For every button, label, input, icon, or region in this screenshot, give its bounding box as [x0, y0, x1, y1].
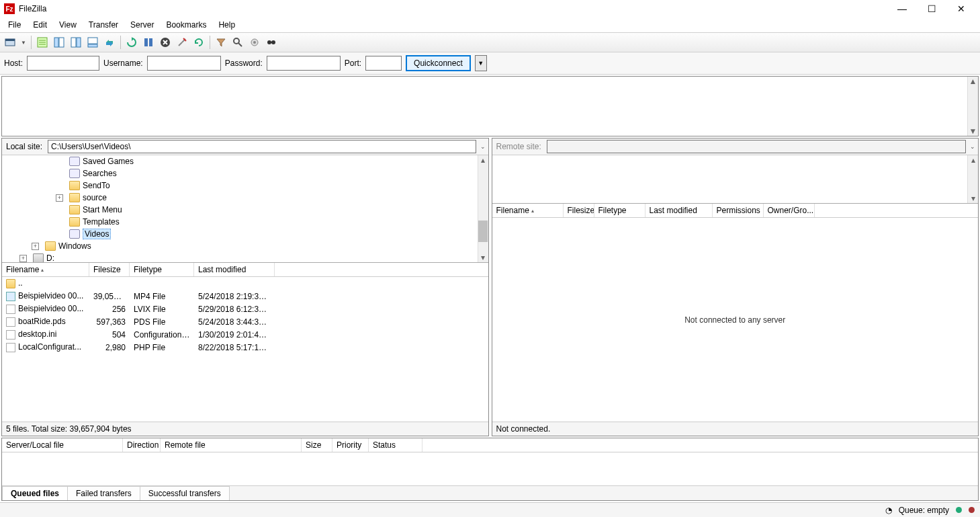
column-header[interactable]: Remote file [161, 438, 302, 452]
file-name: .. [18, 278, 23, 288]
tree-item[interactable]: SendTo [2, 180, 488, 192]
column-header[interactable]: Priority [332, 438, 369, 452]
site-manager-button[interactable] [3, 35, 17, 50]
toggle-queue-button[interactable] [85, 35, 100, 50]
column-header[interactable]: Filename▴ [2, 263, 89, 276]
process-queue-button[interactable] [141, 35, 156, 50]
column-header[interactable]: Last modified [645, 204, 713, 217]
compare-button[interactable] [230, 35, 245, 50]
remote-pane: Remote site: ⌄ ▴▾ Filename▴FilesizeFilet… [492, 138, 979, 436]
tree-item[interactable]: +source [2, 192, 488, 204]
port-input[interactable] [365, 56, 402, 71]
remote-path-row: Remote site: ⌄ [492, 138, 979, 155]
remote-file-list[interactable]: Not connected to any server [492, 218, 979, 422]
remote-tree-scrollbar[interactable]: ▴▾ [967, 155, 978, 203]
local-path-dropdown[interactable]: ⌄ [478, 143, 488, 150]
cancel-button[interactable] [158, 35, 173, 50]
toggle-local-tree-button[interactable] [52, 35, 66, 50]
queue-tab[interactable]: Successful transfers [140, 486, 230, 500]
log-scrollbar[interactable]: ▲▼ [967, 77, 978, 136]
tree-item[interactable]: +D: [2, 252, 488, 263]
tree-item[interactable]: Templates [2, 216, 488, 228]
file-row[interactable]: Beispielvideo 00...256LVIX File5/29/2018… [2, 303, 488, 315]
tree-item[interactable]: Start Menu [2, 204, 488, 216]
queue-tab[interactable]: Queued files [2, 486, 68, 500]
tree-item[interactable]: Videos [2, 228, 488, 240]
file-row[interactable]: Beispielvideo 00...39,056,801MP4 File5/2… [2, 290, 488, 303]
site-manager-dropdown[interactable]: ▼ [19, 35, 28, 50]
column-header[interactable]: Filesize [564, 204, 594, 217]
toggle-log-button[interactable] [35, 35, 50, 50]
file-row[interactable]: LocalConfigurat...2,980PHP File8/22/2018… [2, 341, 488, 354]
column-header[interactable]: Server/Local file [2, 438, 123, 452]
column-header[interactable]: Filetype [130, 263, 194, 276]
host-input[interactable] [27, 56, 99, 71]
maximize-button[interactable]: ☐ [922, 3, 941, 14]
column-header[interactable]: Owner/Gro... [764, 204, 815, 217]
remote-path-dropdown[interactable]: ⌄ [967, 143, 978, 150]
local-file-header: Filename▴FilesizeFiletypeLast modified [2, 263, 488, 277]
tree-item-label: D: [46, 253, 54, 263]
tree-expander-icon[interactable]: + [32, 243, 39, 250]
file-row[interactable]: boatRide.pds597,363PDS File5/24/2018 3:4… [2, 315, 488, 328]
menu-edit[interactable]: Edit [28, 19, 52, 31]
local-path-input[interactable] [48, 140, 476, 153]
local-pane: Local site: ⌄ Saved GamesSearchesSendTo+… [1, 138, 489, 436]
remote-file-header: Filename▴FilesizeFiletypeLast modifiedPe… [492, 204, 979, 218]
column-header-label: Owner/Gro... [768, 206, 814, 215]
filter-button[interactable] [214, 35, 228, 50]
column-header[interactable]: Size [302, 438, 332, 452]
toolbar: ▼ [0, 32, 980, 52]
local-file-list[interactable]: ..Beispielvideo 00...39,056,801MP4 File5… [2, 277, 488, 422]
toggle-remote-tree-button[interactable] [69, 35, 83, 50]
column-header[interactable]: Filesize [89, 263, 130, 276]
file-name-cell: .. [2, 278, 89, 288]
quickconnect-history-dropdown[interactable]: ▼ [475, 55, 487, 71]
message-log[interactable]: ▲▼ [1, 76, 979, 136]
reconnect-button[interactable] [191, 35, 206, 50]
tree-item[interactable]: Searches [2, 167, 488, 180]
file-row[interactable]: .. [2, 277, 488, 290]
tree-item[interactable]: Saved Games [2, 155, 488, 167]
sync-browsing-button[interactable] [102, 35, 117, 50]
column-header[interactable]: Permissions [713, 204, 764, 217]
column-header[interactable]: Status [369, 438, 422, 452]
column-header[interactable]: Last modified [194, 263, 275, 276]
menu-bookmarks[interactable]: Bookmarks [161, 19, 212, 31]
queue-list[interactable] [2, 452, 978, 485]
column-header-label: Direction [127, 440, 159, 450]
file-row[interactable]: desktop.ini504Configuration ...1/30/2019… [2, 328, 488, 341]
username-input[interactable] [147, 56, 221, 71]
menu-help[interactable]: Help [213, 19, 240, 31]
remote-path-input[interactable] [547, 140, 966, 153]
local-path-row: Local site: ⌄ [2, 138, 488, 155]
remote-tree[interactable]: ▴▾ [492, 155, 979, 204]
menu-file[interactable]: File [3, 19, 26, 31]
local-tree-scrollbar[interactable]: ▴▾ [478, 155, 488, 262]
refresh-button[interactable] [124, 35, 139, 50]
column-header[interactable]: Filetype [594, 204, 645, 217]
transfer-queue: Server/Local fileDirectionRemote fileSiz… [1, 438, 979, 501]
local-tree[interactable]: Saved GamesSearchesSendTo+sourceStart Me… [2, 155, 488, 263]
tree-expander-icon[interactable]: + [56, 194, 63, 202]
minimize-button[interactable]: — [893, 3, 911, 14]
svg-rect-7 [59, 38, 64, 47]
column-header[interactable]: Direction [123, 438, 161, 452]
disconnect-button[interactable] [175, 35, 189, 50]
menu-view[interactable]: View [54, 19, 82, 31]
queue-tab[interactable]: Failed transfers [67, 486, 140, 500]
settings-button[interactable] [247, 35, 262, 50]
column-header-label: Last modified [198, 265, 246, 274]
search-button[interactable] [264, 35, 279, 50]
tree-expander-icon[interactable]: + [19, 255, 27, 262]
menu-server[interactable]: Server [125, 19, 159, 31]
password-input[interactable] [267, 56, 341, 71]
column-header[interactable]: Filename▴ [492, 204, 564, 217]
queue-indicator-icon: ◔ [885, 506, 892, 515]
status-bar: ◔ Queue: empty [0, 502, 980, 517]
tree-item[interactable]: +Windows [2, 240, 488, 252]
svg-rect-21 [269, 42, 274, 43]
close-button[interactable]: ✕ [952, 3, 971, 14]
quickconnect-button[interactable]: Quickconnect [406, 55, 471, 71]
menu-transfer[interactable]: Transfer [83, 19, 124, 31]
